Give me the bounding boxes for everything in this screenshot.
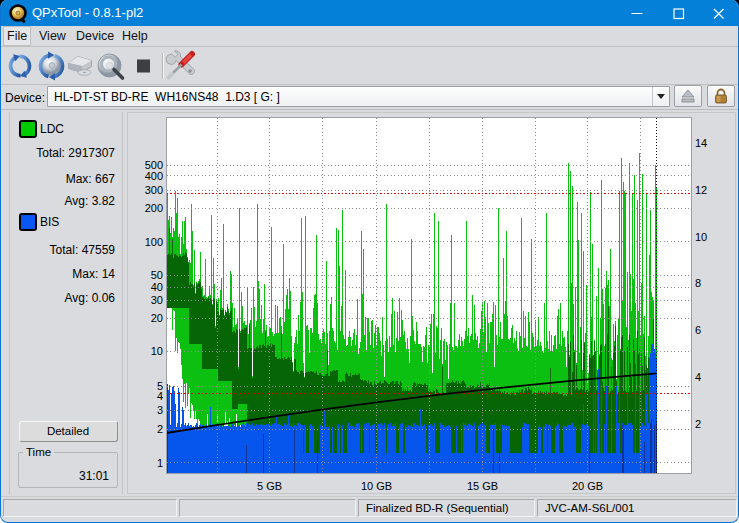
svg-text:40: 40 [151,281,163,293]
svg-text:4: 4 [157,390,163,402]
svg-text:2: 2 [157,423,163,435]
svg-text:100: 100 [145,236,163,248]
svg-text:2: 2 [695,418,701,430]
svg-text:20 GB: 20 GB [572,480,603,492]
svg-text:20: 20 [151,312,163,324]
svg-text:400: 400 [145,170,163,182]
svg-text:10: 10 [695,231,707,243]
svg-text:8: 8 [695,277,701,289]
svg-text:6: 6 [695,324,701,336]
svg-text:12: 12 [695,184,707,196]
svg-text:3: 3 [157,404,163,416]
svg-text:10 GB: 10 GB [361,480,392,492]
svg-text:5 GB: 5 GB [257,480,282,492]
svg-text:300: 300 [145,184,163,196]
svg-text:200: 200 [145,202,163,214]
svg-text:4: 4 [695,371,701,383]
svg-text:30: 30 [151,294,163,306]
svg-text:14: 14 [695,137,707,149]
svg-text:1: 1 [157,457,163,469]
svg-text:15 GB: 15 GB [467,480,498,492]
svg-text:50: 50 [151,269,163,281]
svg-text:10: 10 [151,345,163,357]
